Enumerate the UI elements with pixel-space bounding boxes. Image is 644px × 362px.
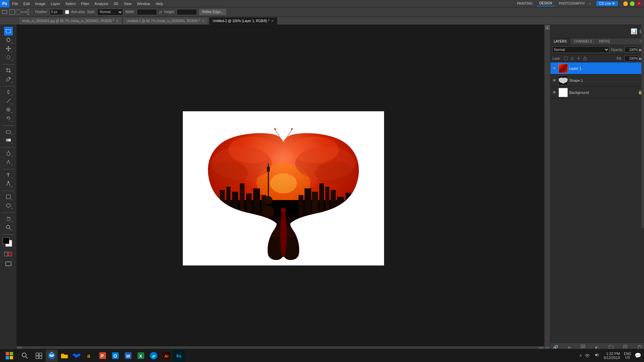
amazon-icon[interactable]: a bbox=[84, 350, 96, 362]
lasso-tool[interactable]: ▾ bbox=[4, 36, 13, 44]
screen-mode-btn[interactable] bbox=[4, 259, 13, 268]
marquee-col-btn[interactable] bbox=[28, 9, 29, 15]
lock-paint-btn[interactable] bbox=[570, 56, 575, 61]
volume-icon[interactable] bbox=[594, 352, 599, 359]
ie-icon[interactable] bbox=[46, 350, 58, 362]
window-close[interactable]: ✕ bbox=[637, 1, 641, 6]
move-tool[interactable]: ▾ bbox=[4, 44, 13, 53]
doc-tab-2-close[interactable]: ✕ bbox=[202, 19, 205, 23]
eyedropper-tool[interactable]: ▾ bbox=[4, 75, 13, 83]
menu-select[interactable]: Select bbox=[63, 0, 78, 7]
anti-alias-checkbox[interactable] bbox=[65, 10, 69, 14]
network-icon[interactable] bbox=[585, 352, 590, 359]
zoom-tool[interactable]: ▾ bbox=[4, 223, 13, 232]
lock-all-btn[interactable] bbox=[582, 56, 588, 61]
menu-analysis[interactable]: Analysis bbox=[92, 0, 111, 7]
type-tool[interactable]: T ▾ bbox=[4, 171, 13, 179]
tray-expand-btn[interactable]: ∧ bbox=[579, 353, 582, 358]
fill-input[interactable] bbox=[625, 55, 638, 61]
layer1-visibility[interactable]: 👁 bbox=[552, 66, 557, 71]
refine-edge-button[interactable]: Refine Edge... bbox=[199, 9, 226, 15]
doc-tab-2[interactable]: Untitled-1 @ 66.7% (mota_ru_0030401, RGB… bbox=[123, 17, 208, 24]
lock-transparent-btn[interactable] bbox=[563, 56, 569, 61]
marquee-tool[interactable]: ▾ bbox=[4, 27, 13, 36]
powerpoint-icon[interactable]: P bbox=[97, 350, 109, 362]
style-select[interactable]: Normal Fixed Ratio Fixed Size bbox=[97, 9, 123, 15]
tab-channels[interactable]: CHANNELS bbox=[571, 38, 596, 45]
notification-btn[interactable]: 💬 bbox=[635, 352, 641, 359]
brush-tool[interactable]: ▾ bbox=[4, 97, 13, 105]
marquee-rect-btn[interactable] bbox=[9, 9, 15, 15]
workspace-painting[interactable]: PAINTING bbox=[514, 1, 535, 6]
doc-tab-3[interactable]: Untitled-2 @ 100% (Layer 1, RGB/8) * ✕ bbox=[209, 17, 277, 24]
swap-icon[interactable]: ⇄ bbox=[159, 10, 162, 14]
window-minimize[interactable]: ─ bbox=[623, 1, 628, 6]
color-swatches[interactable] bbox=[3, 237, 14, 249]
shape-tool[interactable]: ▾ bbox=[4, 192, 13, 201]
photoshop-taskbar-icon[interactable]: Ps bbox=[173, 350, 185, 362]
excel-icon[interactable]: X bbox=[135, 350, 147, 362]
layer-row-layer1[interactable]: 👁 Layer 1 bbox=[550, 62, 644, 74]
workspace-more[interactable]: » bbox=[589, 1, 591, 6]
search-button[interactable] bbox=[17, 350, 32, 362]
blend-mode-select[interactable]: Normal Multiply Screen Overlay bbox=[552, 46, 609, 53]
file-explorer-icon[interactable] bbox=[58, 350, 70, 362]
cs-live-button[interactable]: CS Live ▼ bbox=[596, 1, 618, 6]
shape1-visibility[interactable]: 👁 bbox=[552, 78, 557, 83]
menu-help[interactable]: Help bbox=[153, 0, 166, 7]
tab-paths[interactable]: PATHS bbox=[596, 38, 613, 45]
window-maximize[interactable]: □ bbox=[630, 1, 635, 6]
3d-tool[interactable]: ▾ bbox=[4, 201, 13, 210]
menu-layer[interactable]: Layer bbox=[48, 0, 63, 7]
hand-tool[interactable]: ▾ bbox=[4, 214, 13, 223]
menu-file[interactable]: File bbox=[9, 0, 21, 7]
background-visibility[interactable]: 👁 bbox=[552, 90, 557, 95]
quick-mask-btn[interactable] bbox=[4, 252, 13, 256]
layer-row-background[interactable]: 👁 Background 🔒 bbox=[550, 86, 644, 99]
doc-tab-3-close[interactable]: ✕ bbox=[271, 19, 274, 23]
edge-icon[interactable] bbox=[148, 350, 160, 362]
height-input[interactable] bbox=[177, 9, 197, 15]
gradient-tool[interactable]: ▾ bbox=[4, 136, 13, 144]
start-button[interactable] bbox=[2, 350, 17, 362]
clock-display[interactable]: 1:32 PM 5/12/2019 bbox=[603, 352, 620, 360]
quick-select-tool[interactable]: ▾ bbox=[4, 53, 13, 62]
tab-layers[interactable]: LAYERS bbox=[550, 38, 571, 45]
layer-row-shape1[interactable]: 👁 Shape 1 bbox=[550, 74, 644, 86]
histogram-icon[interactable]: 📊 bbox=[631, 28, 637, 35]
marquee-ellipse-btn[interactable] bbox=[15, 9, 21, 15]
opacity-input[interactable] bbox=[625, 47, 638, 53]
word-icon[interactable]: W bbox=[122, 350, 134, 362]
lock-move-btn[interactable] bbox=[576, 56, 581, 61]
crop-tool[interactable]: ▾ bbox=[4, 66, 13, 75]
marquee-row-btn[interactable] bbox=[21, 11, 27, 13]
layer1-thumbnail bbox=[558, 64, 568, 73]
clone-stamp-tool[interactable]: ▾ bbox=[4, 105, 13, 114]
width-input[interactable] bbox=[137, 9, 157, 15]
menu-3d[interactable]: 3D bbox=[111, 0, 121, 7]
canvas-scrollbar-vertical[interactable]: ▲ ▼ bbox=[544, 25, 550, 352]
menu-view[interactable]: View bbox=[121, 0, 135, 7]
healing-tool[interactable]: ▾ bbox=[4, 88, 13, 97]
doc-tab-1[interactable]: mota_ru_0030401.jpg @ 66.7% (mota_ru_003… bbox=[18, 17, 122, 24]
menu-window[interactable]: Window bbox=[135, 0, 153, 7]
workspace-design[interactable]: DESIGN bbox=[537, 1, 555, 6]
illustrator-icon[interactable]: Ai bbox=[160, 350, 172, 362]
dropbox-icon[interactable] bbox=[71, 350, 83, 362]
task-view-btn[interactable] bbox=[33, 350, 45, 362]
menu-image[interactable]: Image bbox=[33, 0, 48, 7]
feather-input[interactable] bbox=[50, 9, 63, 15]
dodge-tool[interactable]: ▾ bbox=[4, 149, 13, 158]
foreground-color-swatch[interactable] bbox=[3, 237, 9, 244]
menu-edit[interactable]: Edit bbox=[21, 0, 33, 7]
panel-scrollbar[interactable] bbox=[641, 13, 644, 228]
menu-filter[interactable]: Filter bbox=[78, 0, 92, 7]
doc-tab-1-close[interactable]: ✕ bbox=[116, 19, 118, 23]
outlook-icon[interactable]: O bbox=[109, 350, 121, 362]
path-select-tool[interactable]: ▾ bbox=[4, 179, 13, 188]
eraser-tool[interactable]: ▾ bbox=[4, 127, 13, 136]
scroll-up-btn[interactable]: ▲ bbox=[545, 25, 550, 30]
workspace-photography[interactable]: PHOTOGRAPHY bbox=[556, 1, 588, 6]
history-brush-tool[interactable]: ▾ bbox=[4, 114, 13, 123]
pen-tool[interactable]: ▾ bbox=[4, 158, 13, 166]
